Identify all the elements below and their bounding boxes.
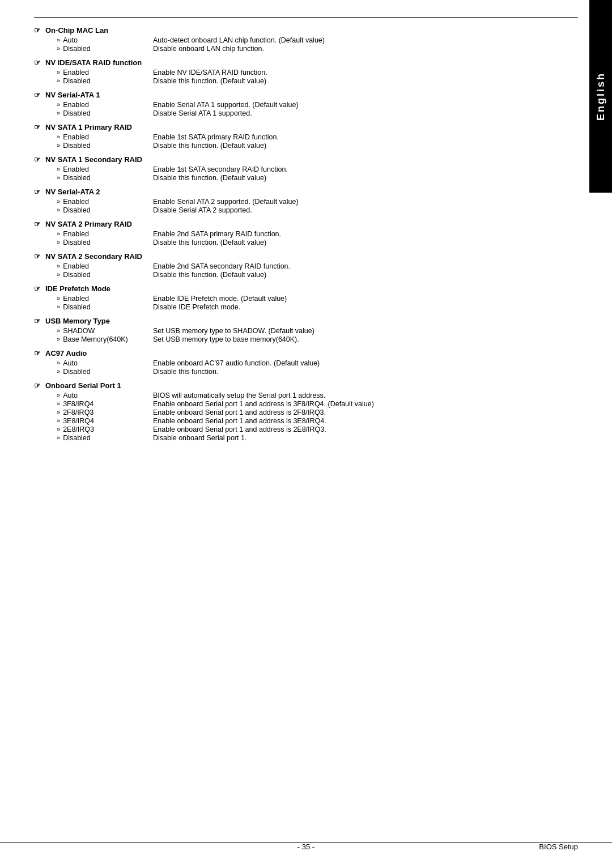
section-arrow-icon: ☞ xyxy=(34,284,41,293)
option-arrow-icon: » xyxy=(57,77,60,84)
section-title-text: NV SATA 2 Primary RAID xyxy=(45,220,132,228)
section-title-text: NV Serial-ATA 1 xyxy=(45,91,100,99)
section-title-nv-serial-ata-2: ☞NV Serial-ATA 2 xyxy=(34,188,550,196)
section-usb-memory-type: ☞USB Memory Type»SHADOWSet USB memory ty… xyxy=(34,317,550,343)
option-row: »SHADOWSet USB memory type to SHADOW. (D… xyxy=(34,327,550,335)
option-value: Enabled xyxy=(63,230,89,238)
footer-page: - 35 - xyxy=(298,843,314,851)
option-value: Enabled xyxy=(63,262,89,270)
option-arrow-icon: » xyxy=(57,392,60,398)
section-nv-sata-1-primary: ☞NV SATA 1 Primary RAID»EnabledEnable 1s… xyxy=(34,123,550,150)
section-title-ide-prefetch-mode: ☞IDE Prefetch Mode xyxy=(34,284,550,293)
section-arrow-icon: ☞ xyxy=(34,26,41,35)
option-desc: Disable onboard LAN chip function. xyxy=(153,45,550,53)
option-desc: Enable NV IDE/SATA RAID function. xyxy=(153,69,550,76)
option-arrow-icon: » xyxy=(57,45,60,52)
option-arrow-icon: » xyxy=(57,36,60,43)
option-label: »Disabled xyxy=(57,239,153,246)
section-onboard-serial-port-1: ☞Onboard Serial Port 1»AutoBIOS will aut… xyxy=(34,381,550,442)
section-title-onboard-serial-port-1: ☞Onboard Serial Port 1 xyxy=(34,381,550,390)
option-label: »Disabled xyxy=(57,303,153,311)
section-title-text: AC97 Audio xyxy=(45,349,87,358)
option-desc: Disable this function. (Default value) xyxy=(153,239,550,246)
option-desc: Set USB memory type to base memory(640K)… xyxy=(153,335,550,343)
option-value: Base Memory(640K) xyxy=(63,335,128,343)
section-nv-serial-ata-2: ☞NV Serial-ATA 2»EnabledEnable Serial AT… xyxy=(34,188,550,214)
option-row: »2F8/IRQ3Enable onboard Serial port 1 an… xyxy=(34,409,550,416)
section-title-text: USB Memory Type xyxy=(45,317,110,325)
option-desc: Disable this function. (Default value) xyxy=(153,271,550,279)
option-label: »Disabled xyxy=(57,368,153,376)
option-row: »EnabledEnable NV IDE/SATA RAID function… xyxy=(34,69,550,76)
section-nv-serial-ata-1: ☞NV Serial-ATA 1»EnabledEnable Serial AT… xyxy=(34,91,550,117)
option-desc: Auto-detect onboard LAN chip function. (… xyxy=(153,36,550,44)
section-ac97-audio: ☞AC97 Audio»AutoEnable onboard AC'97 aud… xyxy=(34,349,550,376)
option-label: »Enabled xyxy=(57,262,153,270)
section-title-on-chip-mac-lan: ☞On-Chip MAC Lan xyxy=(34,26,550,35)
option-value: Disabled xyxy=(63,239,91,246)
option-row: »3E8/IRQ4Enable onboard Serial port 1 an… xyxy=(34,417,550,425)
option-row: »DisabledDisable this function. (Default… xyxy=(34,271,550,279)
option-value: Enabled xyxy=(63,295,89,303)
section-title-text: Onboard Serial Port 1 xyxy=(45,381,121,390)
option-row: »AutoAuto-detect onboard LAN chip functi… xyxy=(34,36,550,44)
option-label: »Enabled xyxy=(57,198,153,206)
option-value: Enabled xyxy=(63,165,89,173)
option-label: »Auto xyxy=(57,392,153,399)
top-border xyxy=(34,17,578,18)
option-arrow-icon: » xyxy=(57,409,60,415)
option-arrow-icon: » xyxy=(57,206,60,213)
option-desc: Disable this function. (Default value) xyxy=(153,77,550,85)
option-desc: Enable onboard Serial port 1 and address… xyxy=(153,409,550,416)
option-value: Disabled xyxy=(63,434,91,442)
section-title-text: NV SATA 2 Secondary RAID xyxy=(45,252,142,261)
option-arrow-icon: » xyxy=(57,426,60,432)
option-arrow-icon: » xyxy=(57,239,60,245)
option-desc: Enable onboard Serial port 1 and address… xyxy=(153,426,550,433)
section-title-text: IDE Prefetch Mode xyxy=(45,284,110,293)
option-desc: Disable this function. (Default value) xyxy=(153,174,550,182)
option-value: Disabled xyxy=(63,206,91,214)
option-label: »Enabled xyxy=(57,295,153,303)
option-label: »2E8/IRQ3 xyxy=(57,426,153,433)
section-title-nv-sata-1-secondary: ☞NV SATA 1 Secondary RAID xyxy=(34,155,550,164)
option-value: Disabled xyxy=(63,271,91,279)
option-arrow-icon: » xyxy=(57,417,60,424)
option-arrow-icon: » xyxy=(57,198,60,205)
section-arrow-icon: ☞ xyxy=(34,381,41,390)
section-title-usb-memory-type: ☞USB Memory Type xyxy=(34,317,550,325)
option-arrow-icon: » xyxy=(57,295,60,301)
option-value: Auto xyxy=(63,36,78,44)
option-desc: BIOS will automatically setup the Serial… xyxy=(153,392,550,399)
option-desc: Enable Serial ATA 2 supported. (Default … xyxy=(153,198,550,206)
option-desc: Enable onboard Serial port 1 and address… xyxy=(153,417,550,425)
section-title-text: NV SATA 1 Primary RAID xyxy=(45,123,132,131)
footer-bios-setup: BIOS Setup xyxy=(539,843,578,851)
section-title-text: NV IDE/SATA RAID function xyxy=(45,58,142,67)
sidebar-label: English xyxy=(595,72,607,121)
section-arrow-icon: ☞ xyxy=(34,91,41,99)
option-value: Disabled xyxy=(63,77,91,85)
option-value: Disabled xyxy=(63,109,91,117)
option-label: »Base Memory(640K) xyxy=(57,335,153,343)
option-arrow-icon: » xyxy=(57,434,60,441)
option-row: »DisabledDisable this function. (Default… xyxy=(34,174,550,182)
option-label: »Disabled xyxy=(57,142,153,150)
option-row: »2E8/IRQ3Enable onboard Serial port 1 an… xyxy=(34,426,550,433)
option-desc: Enable 2nd SATA secondary RAID function. xyxy=(153,262,550,270)
option-label: »Enabled xyxy=(57,69,153,76)
option-value: SHADOW xyxy=(63,327,95,335)
option-row: »Base Memory(640K)Set USB memory type to… xyxy=(34,335,550,343)
option-label: »Enabled xyxy=(57,230,153,238)
section-arrow-icon: ☞ xyxy=(34,349,41,358)
option-label: »Enabled xyxy=(57,165,153,173)
option-value: Auto xyxy=(63,359,78,367)
section-arrow-icon: ☞ xyxy=(34,155,41,164)
section-title-text: On-Chip MAC Lan xyxy=(45,26,108,35)
option-arrow-icon: » xyxy=(57,69,60,75)
option-value: 2F8/IRQ3 xyxy=(63,409,94,416)
footer: - 35 - BIOS Setup xyxy=(0,842,612,851)
section-ide-prefetch-mode: ☞IDE Prefetch Mode»EnabledEnable IDE Pre… xyxy=(34,284,550,311)
option-value: Enabled xyxy=(63,198,89,206)
section-title-ac97-audio: ☞AC97 Audio xyxy=(34,349,550,358)
